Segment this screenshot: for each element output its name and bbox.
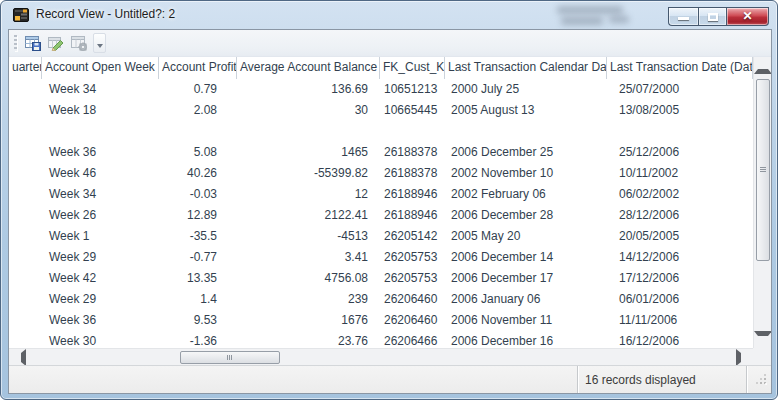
table-row[interactable]: Week 4640.26-55399.82261883782002 Novemb…: [9, 163, 753, 184]
cell: 26206460: [380, 310, 445, 331]
client-area: uarterAccount Open WeekAccount ProfitAve…: [8, 29, 772, 394]
cell: 26205142: [380, 226, 445, 247]
scroll-up-button[interactable]: [754, 57, 771, 74]
table-row[interactable]: Week 365.081465261883782006 December 252…: [9, 142, 753, 163]
cell: 2006 December 28: [445, 205, 607, 226]
cell: Week 34: [42, 184, 159, 205]
arrow-down-icon: [754, 331, 771, 348]
cell: 2000 July 25: [445, 79, 607, 100]
table-row[interactable]: [9, 121, 753, 142]
close-button[interactable]: ✕: [727, 7, 769, 26]
table-settings-button[interactable]: [67, 32, 90, 54]
cell: 28/12/2006: [607, 205, 753, 226]
toolbar-grip[interactable]: [14, 35, 17, 51]
save-table-button[interactable]: [21, 32, 44, 54]
cell: -0.77: [159, 247, 237, 268]
minimize-icon: [678, 17, 689, 20]
cell: 25/07/2000: [607, 79, 753, 100]
cell: Week 46: [42, 163, 159, 184]
cell: [9, 310, 42, 331]
cell: 26205753: [380, 268, 445, 289]
table-gear-icon: [71, 35, 87, 51]
resize-grip[interactable]: [747, 366, 771, 393]
column-header[interactable]: uarter: [9, 57, 42, 79]
cell: 239: [237, 289, 380, 310]
horizontal-scrollbar[interactable]: [9, 348, 753, 365]
cell: 06/01/2006: [607, 289, 753, 310]
vertical-scrollbar[interactable]: [753, 57, 771, 348]
column-header-row: uarterAccount Open WeekAccount ProfitAve…: [9, 57, 753, 79]
cell: 30: [237, 100, 380, 121]
cell: Week 29: [42, 247, 159, 268]
cell: 17/12/2006: [607, 268, 753, 289]
table-row[interactable]: Week 291.4239262064602006 January 0606/0…: [9, 289, 753, 310]
status-bar: 16 records displayed: [9, 365, 771, 393]
column-header[interactable]: Account Profit: [159, 57, 237, 79]
arrow-up-icon: [754, 57, 771, 74]
cell: [9, 163, 42, 184]
cell: 12.89: [159, 205, 237, 226]
window-controls: ✕: [668, 7, 769, 26]
table-row[interactable]: Week 1-35.5-4513262051422005 May 2020/05…: [9, 226, 753, 247]
cell: 06/02/2002: [607, 184, 753, 205]
cell: 2002 November 10: [445, 163, 607, 184]
table-row[interactable]: Week 4213.354756.08262057532006 December…: [9, 268, 753, 289]
maximize-button[interactable]: [698, 7, 727, 26]
scroll-left-button[interactable]: [9, 349, 26, 365]
cell: [380, 121, 445, 142]
scroll-down-button[interactable]: [754, 331, 771, 348]
record-count-text: 16 records displayed: [585, 373, 696, 387]
cell: 2002 February 06: [445, 184, 607, 205]
cell: 2006 December 25: [445, 142, 607, 163]
cell: 0.79: [159, 79, 237, 100]
cell: [42, 121, 159, 142]
cell: 26188378: [380, 163, 445, 184]
cell: [159, 121, 237, 142]
cell: 26188378: [380, 142, 445, 163]
close-icon: ✕: [727, 9, 768, 23]
edit-table-button[interactable]: [44, 32, 67, 54]
cell: 2122.41: [237, 205, 380, 226]
cell: 2006 December 17: [445, 268, 607, 289]
cell: 5.08: [159, 142, 237, 163]
scroll-right-button[interactable]: [736, 349, 753, 365]
cell: 13.35: [159, 268, 237, 289]
cell: 14/12/2006: [607, 247, 753, 268]
cell: 2005 May 20: [445, 226, 607, 247]
cell: 2005 August 13: [445, 100, 607, 121]
cell: 11/11/2006: [607, 310, 753, 331]
table-row[interactable]: Week 369.531676262064602006 November 111…: [9, 310, 753, 331]
record-view-icon: [13, 7, 29, 23]
cell: -4513: [237, 226, 380, 247]
column-header[interactable]: Last Transaction Date (Dat: [607, 57, 753, 79]
arrow-left-icon: [9, 349, 26, 365]
table-row[interactable]: Week 182.0830106654452005 August 1313/08…: [9, 100, 753, 121]
scrollbar-corner: [753, 348, 771, 365]
minimize-button[interactable]: [668, 7, 698, 26]
resize-grip-icon: [747, 366, 771, 389]
toolbar-overflow-button[interactable]: [93, 33, 106, 53]
table-row[interactable]: Week 29-0.773.41262057532006 December 14…: [9, 247, 753, 268]
cell: [445, 121, 607, 142]
horizontal-scroll-thumb[interactable]: [180, 351, 280, 364]
column-header[interactable]: Average Account Balance: [237, 57, 380, 79]
cell: 1.4: [159, 289, 237, 310]
title-bar[interactable]: Record View - Untitled?: 2 ✕: [1, 1, 777, 29]
table-row[interactable]: Week 34-0.0312261889462002 February 0606…: [9, 184, 753, 205]
column-header[interactable]: Last Transaction Calendar Date: [445, 57, 607, 79]
vertical-scroll-thumb[interactable]: [756, 79, 770, 261]
cell: 2006 November 11: [445, 310, 607, 331]
cell: Week 34: [42, 79, 159, 100]
cell: 3.41: [237, 247, 380, 268]
column-header[interactable]: Account Open Week: [42, 57, 159, 79]
cell: 20/05/2005: [607, 226, 753, 247]
table-row[interactable]: Week 2612.892122.41261889462006 December…: [9, 205, 753, 226]
cell: [9, 121, 42, 142]
cell: Week 36: [42, 142, 159, 163]
cell: [9, 268, 42, 289]
table-row[interactable]: Week 340.79136.69106512132000 July 2525/…: [9, 79, 753, 100]
cell: [9, 79, 42, 100]
cell: 2006 December 14: [445, 247, 607, 268]
cell: Week 18: [42, 100, 159, 121]
column-header[interactable]: FK_Cust_Key: [380, 57, 445, 79]
